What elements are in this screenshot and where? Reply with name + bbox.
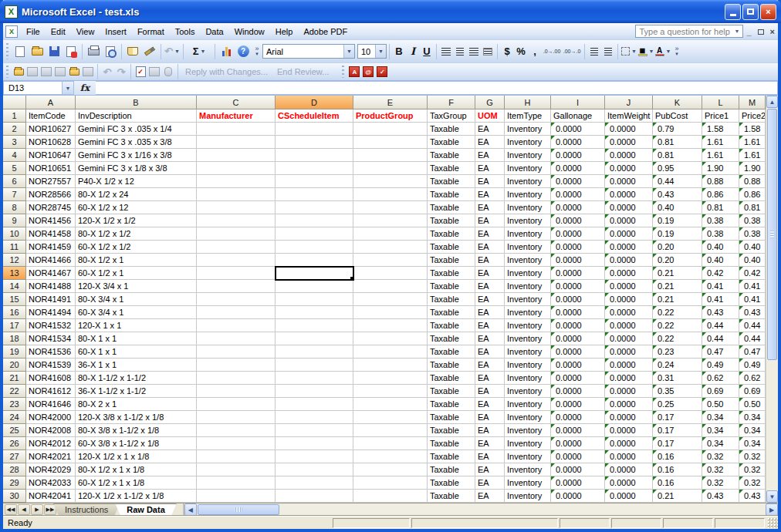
column-header-A[interactable]: A [26, 96, 76, 109]
cell-E22[interactable] [353, 385, 428, 398]
cell-A2[interactable]: NOR10627 [26, 123, 76, 136]
cell-L26[interactable]: 0.34 [702, 437, 739, 450]
cell-A9[interactable]: NOR41456 [26, 214, 76, 227]
scroll-up-icon[interactable]: ▲ [766, 96, 778, 108]
cell-I8[interactable]: 0.0000 [551, 201, 605, 214]
cell-A15[interactable]: NOR41491 [26, 293, 76, 306]
cell-F3[interactable]: Taxable [428, 136, 475, 149]
cell-J9[interactable]: 0.0000 [605, 214, 653, 227]
cell-D8[interactable] [276, 201, 353, 214]
row-header-24[interactable]: 24 [3, 411, 26, 424]
cell-A11[interactable]: NOR41459 [26, 241, 76, 254]
row-header-2[interactable]: 2 [3, 123, 26, 136]
cell-C30[interactable] [197, 490, 276, 503]
cell-G10[interactable]: EA [475, 227, 505, 241]
column-header-C[interactable]: C [197, 96, 276, 109]
cell-I1[interactable]: Gallonage [551, 109, 605, 123]
cell-K21[interactable]: 0.31 [653, 372, 702, 385]
cell-H16[interactable]: Inventory [505, 306, 551, 319]
restore-button[interactable] [742, 4, 759, 20]
cell-J4[interactable]: 0.0000 [605, 149, 653, 162]
cell-L28[interactable]: 0.32 [702, 463, 739, 476]
cell-G18[interactable]: EA [475, 332, 505, 345]
font-size-combo[interactable]: 10 ▼ [357, 44, 387, 59]
cell-L8[interactable]: 0.81 [702, 201, 739, 214]
cell-J21[interactable]: 0.0000 [605, 372, 653, 385]
cell-E6[interactable] [353, 175, 428, 188]
row-header-28[interactable]: 28 [3, 463, 26, 476]
cell-F9[interactable]: Taxable [428, 214, 475, 227]
cell-C14[interactable] [197, 280, 276, 293]
cell-B5[interactable]: Gemini FC 3 x 1/8 x 3/8 [76, 162, 197, 175]
cell-A24[interactable]: NOR42000 [26, 411, 76, 424]
cell-G27[interactable]: EA [475, 450, 505, 463]
cell-G29[interactable]: EA [475, 476, 505, 490]
cell-M12[interactable]: 0.40 [739, 254, 766, 267]
autosum-icon[interactable]: Σ▼ [186, 43, 212, 60]
cell-B20[interactable]: 36-X 1 x 1 [76, 359, 197, 372]
cell-G5[interactable]: EA [475, 162, 505, 175]
row-header-4[interactable]: 4 [3, 149, 26, 162]
cell-M8[interactable]: 0.81 [739, 201, 766, 214]
cell-C15[interactable] [197, 293, 276, 306]
cell-J1[interactable]: ItemWeight [605, 109, 653, 123]
cell-H19[interactable]: Inventory [505, 345, 551, 359]
cell-I30[interactable]: 0.0000 [551, 490, 605, 503]
cell-I5[interactable]: 0.0000 [551, 162, 605, 175]
cell-A3[interactable]: NOR10628 [26, 136, 76, 149]
cell-D17[interactable] [276, 319, 353, 332]
cell-B22[interactable]: 36-X 1-1/2 x 1-1/2 [76, 385, 197, 398]
cell-L22[interactable]: 0.69 [702, 385, 739, 398]
cell-H28[interactable]: Inventory [505, 463, 551, 476]
row-header-20[interactable]: 20 [3, 359, 26, 372]
cell-B30[interactable]: 120-X 1/2 x 1-1/2 x 1/8 [76, 490, 197, 503]
cell-C21[interactable] [197, 372, 276, 385]
cell-B1[interactable]: InvDescription [76, 109, 197, 123]
cell-J23[interactable]: 0.0000 [605, 398, 653, 411]
cell-B15[interactable]: 80-X 3/4 x 1 [76, 293, 197, 306]
cell-F4[interactable]: Taxable [428, 149, 475, 162]
cell-D28[interactable] [276, 463, 353, 476]
cell-K23[interactable]: 0.25 [653, 398, 702, 411]
cell-E15[interactable] [353, 293, 428, 306]
cell-A7[interactable]: NOR28566 [26, 188, 76, 201]
row-header-1[interactable]: 1 [3, 109, 26, 123]
cell-A10[interactable]: NOR41458 [26, 227, 76, 241]
cell-F20[interactable]: Taxable [428, 359, 475, 372]
cell-H21[interactable]: Inventory [505, 372, 551, 385]
cell-B2[interactable]: Gemini FC 3 x .035 x 1/4 [76, 123, 197, 136]
cell-D3[interactable] [276, 136, 353, 149]
cell-L29[interactable]: 0.32 [702, 476, 739, 490]
cell-L24[interactable]: 0.34 [702, 411, 739, 424]
cell-F29[interactable]: Taxable [428, 476, 475, 490]
cell-J27[interactable]: 0.0000 [605, 450, 653, 463]
cell-H30[interactable]: Inventory [505, 490, 551, 503]
cell-B8[interactable]: 60-X 1/2 x 12 [76, 201, 197, 214]
cell-M18[interactable]: 0.44 [739, 332, 766, 345]
column-header-M[interactable]: M [739, 96, 766, 109]
cell-D15[interactable] [276, 293, 353, 306]
format-painter-icon[interactable] [141, 43, 158, 60]
cell-C6[interactable] [197, 175, 276, 188]
cell-L6[interactable]: 0.88 [702, 175, 739, 188]
next-comment-icon[interactable] [39, 65, 53, 79]
cell-A19[interactable]: NOR41536 [26, 345, 76, 359]
cell-H20[interactable]: Inventory [505, 359, 551, 372]
cell-D12[interactable] [276, 254, 353, 267]
cell-D2[interactable] [276, 123, 353, 136]
cell-J11[interactable]: 0.0000 [605, 241, 653, 254]
cell-L10[interactable]: 0.38 [702, 227, 739, 241]
row-header-17[interactable]: 17 [3, 319, 26, 332]
cell-H9[interactable]: Inventory [505, 214, 551, 227]
cell-D10[interactable] [276, 227, 353, 241]
cell-M30[interactable]: 0.43 [739, 490, 766, 503]
cell-K29[interactable]: 0.16 [653, 476, 702, 490]
cell-D1[interactable]: CScheduleItem [276, 109, 353, 123]
cell-D22[interactable] [276, 385, 353, 398]
align-center-icon[interactable] [453, 45, 467, 59]
cell-H8[interactable]: Inventory [505, 201, 551, 214]
row-header-15[interactable]: 15 [3, 293, 26, 306]
cell-E28[interactable] [353, 463, 428, 476]
cell-I13[interactable]: 0.0000 [551, 267, 605, 280]
toolbar-options-icon[interactable]: »▼ [671, 42, 682, 62]
